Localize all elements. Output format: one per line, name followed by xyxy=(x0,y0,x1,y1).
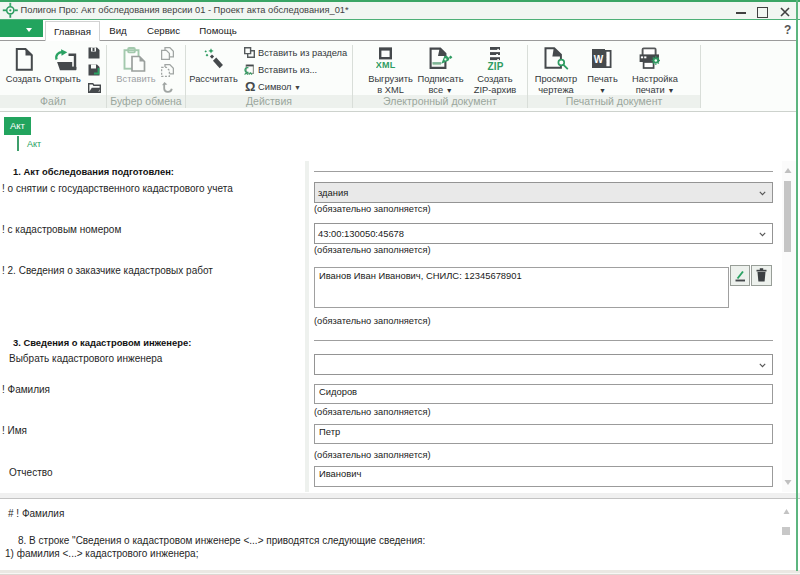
svg-text:XML: XML xyxy=(376,60,396,70)
svg-text:W: W xyxy=(594,54,604,65)
svg-text:ZIP: ZIP xyxy=(488,61,504,72)
